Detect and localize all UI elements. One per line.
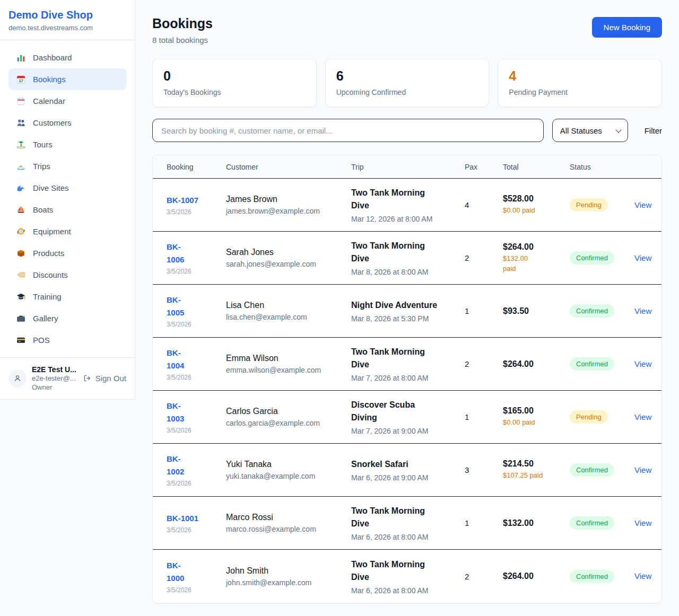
wave-icon	[16, 183, 26, 193]
total-cell: $165.00 $0.00 paid	[503, 406, 570, 428]
customer-email: james.brown@example.com	[226, 207, 345, 215]
booking-date: 3/5/2026	[167, 374, 220, 381]
camera-icon	[16, 313, 26, 323]
booking-cell: BK- 1000 3/5/2026	[167, 559, 226, 594]
sidebar-item-dive-sites[interactable]: Dive Sites	[8, 177, 126, 199]
customer-email: sarah.jones@example.com	[226, 260, 345, 268]
trip-datetime: Mar 6, 2026 at 8:00 AM	[351, 586, 458, 595]
status-badge: Confirmed	[570, 516, 614, 530]
customer-email: yuki.tanaka@example.com	[226, 472, 345, 480]
brand-block: Demo Dive Shop demo.test.divestreams.com	[0, 0, 135, 40]
booking-date: 3/5/2026	[167, 208, 220, 216]
paid-amount: $107.25 paid	[503, 471, 563, 481]
booking-cell: BK- 1006 3/5/2026	[167, 241, 226, 275]
user-role: Owner	[32, 383, 76, 392]
island-icon	[16, 139, 26, 149]
total-amount: $264.00	[503, 242, 563, 252]
status-select[interactable]: All Statuses	[552, 119, 628, 142]
sidebar-item-gallery[interactable]: Gallery	[8, 307, 126, 329]
stat-label: Today's Bookings	[163, 88, 306, 96]
customer-cell: John Smith john.smith@example.com	[226, 566, 351, 587]
stats-row: 0 Today's Bookings 6 Upcoming Confirmed …	[152, 59, 662, 107]
stat-label: Pending Payment	[509, 88, 651, 96]
trip-name: Two Tank Morning Dive	[351, 187, 458, 212]
sidebar-item-calendar[interactable]: Calendar	[8, 90, 126, 112]
booking-id-link[interactable]: BK- 1004	[167, 348, 184, 370]
filter-row: All Statuses Filter	[152, 119, 662, 142]
sidebar-nav: Dashboard 17 Bookings Calendar Customers…	[0, 40, 135, 357]
table-row: BK- 1002 3/5/2026 Yuki Tanaka yuki.tanak…	[153, 444, 661, 497]
pax-cell: 2	[465, 359, 503, 368]
sidebar-item-equipment[interactable]: Equipment	[8, 221, 126, 242]
sidebar-item-discounts[interactable]: Discounts	[8, 264, 126, 286]
total-cell: $264.00 $132.00 paid	[503, 242, 570, 274]
sidebar-item-boats[interactable]: Boats	[8, 199, 126, 221]
status-cell: Confirmed	[570, 463, 629, 477]
sidebar-item-label: Bookings	[33, 75, 66, 84]
pax-cell: 2	[465, 572, 503, 581]
view-link[interactable]: View	[629, 253, 651, 262]
trip-name: Two Tank Morning Dive	[351, 505, 458, 530]
customer-name: Carlos Garcia	[226, 407, 345, 416]
customer-name: John Smith	[226, 566, 345, 576]
sidebar-item-label: Tours	[33, 140, 53, 149]
booking-id-link[interactable]: BK-1001	[167, 514, 198, 523]
view-link[interactable]: View	[629, 359, 651, 368]
actions-cell: View	[629, 359, 661, 369]
column-header-booking: Booking	[167, 163, 226, 171]
sidebar-item-training[interactable]: Training	[8, 286, 126, 307]
trip-name: Two Tank Morning Dive	[351, 558, 458, 584]
booking-id-link[interactable]: BK- 1005	[167, 295, 184, 317]
booking-cell: BK- 1005 3/5/2026	[167, 294, 226, 328]
status-cell: Confirmed	[570, 304, 629, 318]
booking-date: 3/5/2026	[167, 268, 220, 275]
booking-date: 3/5/2026	[167, 321, 220, 328]
customer-email: john.smith@example.com	[226, 578, 345, 587]
column-header-customer: Customer	[226, 163, 351, 171]
trip-cell: Two Tank Morning Dive Mar 12, 2026 at 8:…	[351, 187, 465, 223]
sidebar-item-customers[interactable]: Customers	[8, 112, 126, 134]
booking-id-link[interactable]: BK-1007	[167, 196, 198, 205]
filter-button[interactable]: Filter	[645, 126, 662, 135]
sidebar-item-trips[interactable]: Trips	[8, 155, 126, 177]
customer-cell: Sarah Jones sarah.jones@example.com	[226, 248, 351, 268]
customer-name: Sarah Jones	[226, 248, 345, 257]
table-row: BK-1001 3/5/2026 Marco Rossi marco.rossi…	[153, 497, 661, 550]
page-header-text: Bookings 8 total bookings	[152, 16, 213, 45]
status-cell: Confirmed	[570, 357, 629, 371]
view-link[interactable]: View	[629, 518, 651, 527]
view-link[interactable]: View	[629, 200, 651, 209]
booking-date: 3/5/2026	[167, 526, 220, 534]
stat-card-todays-bookings: 0 Today's Bookings	[152, 59, 317, 107]
view-link[interactable]: View	[629, 465, 651, 474]
sidebar-item-products[interactable]: Products	[8, 242, 126, 264]
view-link[interactable]: View	[629, 306, 651, 315]
sign-out-button[interactable]: Sign Out	[83, 374, 126, 383]
actions-cell: View	[629, 253, 661, 263]
sidebar-item-pos[interactable]: POS	[8, 329, 126, 351]
column-header-trip: Trip	[351, 163, 465, 171]
user-info: E2E Test U... e2e-tester@... Owner	[32, 365, 76, 392]
total-cell: $528.00 $0.00 paid	[503, 194, 570, 216]
sidebar-item-bookings[interactable]: 17 Bookings	[8, 68, 126, 90]
customer-cell: Carlos Garcia carlos.garcia@example.com	[226, 407, 351, 427]
search-input[interactable]	[152, 119, 544, 142]
view-link[interactable]: View	[629, 412, 651, 421]
sign-out-label: Sign Out	[95, 374, 126, 383]
trip-name: Two Tank Morning Dive	[351, 346, 458, 371]
sidebar-item-dashboard[interactable]: Dashboard	[8, 47, 126, 68]
booking-id-link[interactable]: BK- 1006	[167, 242, 184, 264]
trip-datetime: Mar 7, 2026 at 9:00 AM	[351, 427, 458, 435]
pax-cell: 4	[465, 200, 503, 209]
pax-cell: 1	[465, 412, 503, 421]
new-booking-button[interactable]: New Booking	[592, 17, 662, 38]
trip-cell: Two Tank Morning Dive Mar 8, 2026 at 8:0…	[351, 240, 465, 276]
status-badge: Confirmed	[570, 357, 614, 371]
view-link[interactable]: View	[629, 571, 651, 580]
pax-cell: 1	[465, 518, 503, 527]
sidebar-item-tours[interactable]: Tours	[8, 134, 126, 155]
booking-id-link[interactable]: BK- 1000	[167, 561, 184, 583]
booking-id-link[interactable]: BK- 1002	[167, 454, 184, 476]
brand-name: Demo Dive Shop	[8, 9, 126, 21]
booking-id-link[interactable]: BK- 1003	[167, 401, 184, 423]
